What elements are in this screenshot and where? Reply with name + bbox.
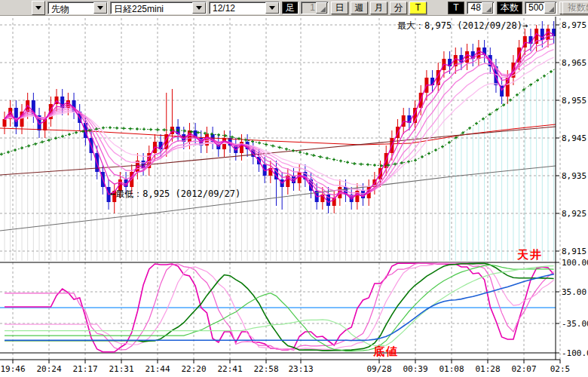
rci-green-slow [5,266,554,346]
time-axis-label: 21:44 [145,364,170,374]
oscillator-layer [0,262,556,353]
contract-month-combobox[interactable]: 12/12 [209,2,280,14]
price-axis-label: 8,935 [562,171,586,181]
oscillator-axis-label: -100.00 [562,348,588,358]
price-axis-label: 8,915 [562,247,586,256]
chevron-down-glyph [196,6,202,10]
tick-count-value: 48 [470,2,481,13]
tick-count-spinner[interactable]: 48 [467,2,495,14]
chart-application-window: { "toolbar": { "left_dropdown": "", "com… [0,0,588,377]
chevron-down-icon[interactable] [192,2,206,14]
max-price-annotation: 最大：8,975 (2012/09/28)→ [397,20,528,32]
oscillator-axis-label: 100.00 [562,258,588,268]
chevron-down-glyph [97,6,103,10]
multi-symbol-button[interactable]: 複数銘柄 [562,2,588,14]
price-axis-label: 8,945 [562,133,586,143]
bar-count-spinner[interactable]: 500 [525,2,557,14]
spinner-icon[interactable] [482,2,493,14]
bar-count-value: 500 [528,2,544,13]
ceiling-label: 天井 [517,248,543,262]
interval-value: 1 [305,2,315,13]
chevron-down-glyph [269,6,275,10]
chevron-down-icon[interactable] [93,2,107,14]
period-tick-button[interactable]: T [409,2,427,14]
contract-month-value: 12/12 [210,2,238,14]
left-dropdown-button[interactable] [32,1,45,15]
price-axis-label: 8,975 [562,20,586,30]
price-axis-label: 8,965 [562,58,586,68]
oscillator-axis-label: -35.00 [562,319,588,329]
instrument-type-combobox[interactable]: 先物 [47,2,108,14]
spinner-icon[interactable] [544,2,556,14]
time-axis-label: 19:46 [0,364,25,374]
time-axis-label: 09/28 [366,364,391,374]
chevron-down-icon [35,6,41,10]
ma-maroon [0,127,556,175]
chevron-down-icon[interactable] [265,2,279,14]
time-axis-label: 23:13 [288,364,313,374]
time-axis-label: 01:28 [475,364,500,374]
symbol-combobox[interactable]: 日経225mini [110,2,207,14]
bar-count-label: 本数 [497,2,522,14]
period-minute-button[interactable]: 分 [390,2,407,14]
time-axis-label: 20:24 [36,364,61,374]
time-axis-label: 01:08 [439,364,464,374]
time-axis-label: 22:58 [253,364,278,374]
hatch-lines [5,72,554,261]
time-axis-label: 22:20 [181,364,206,374]
min-price-annotation: ←最低：8,925 (2012/09/27) [110,188,240,201]
price-axis-label: 8,925 [562,209,586,219]
time-axis-label: 00:39 [403,364,427,374]
moving-average-layer [0,32,556,231]
period-day-button[interactable]: 日 [331,2,348,14]
time-axis-label: 22:41 [217,364,242,374]
period-month-button[interactable]: 月 [370,2,387,14]
chart-canvas[interactable]: 8,9758,9658,9558,9458,9358,9258,915100.0… [0,0,588,377]
bottom-label: 底値 [373,345,399,359]
period-week-button[interactable]: 週 [351,2,368,14]
grid-lines [0,18,560,360]
time-axis-label: 21:31 [109,364,133,374]
time-axis-label: 02:07 [511,364,536,374]
time-axis-label: 02:5 [550,364,571,374]
tick-count-label: T [448,2,464,14]
ashi-candle-button[interactable]: 足 [282,2,299,14]
rci-green-fast [5,263,554,351]
toolbar: 先物 日経225mini 12/12 足 1 日 週 月 分 T T 48 本数… [0,0,588,16]
time-axis-label: 21:17 [72,364,97,374]
interval-spinner[interactable]: 1 [301,2,329,14]
price-axis-label: 8,955 [562,96,586,106]
instrument-type-value: 先物 [48,2,72,14]
ema-ribbon-line [5,44,554,194]
spinner-icon[interactable] [316,2,327,14]
oscillator-axis-label: 35.00 [562,287,586,297]
symbol-value: 日経225mini [111,2,167,14]
